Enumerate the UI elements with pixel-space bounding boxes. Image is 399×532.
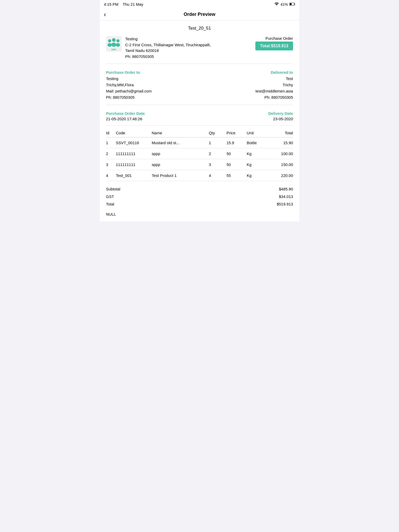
delivered-to-label: Delivered to bbox=[200, 70, 293, 75]
col-header-unit: Unit bbox=[247, 131, 268, 135]
row-name: Test Product 1 bbox=[152, 173, 207, 178]
company-left: ERP Testing C-2 First Cross, Thillainaga… bbox=[106, 36, 211, 59]
row-unit: Kg bbox=[247, 151, 268, 156]
total-label: Total bbox=[106, 202, 114, 206]
company-address2: Tamil Nadu 620018 bbox=[125, 48, 211, 54]
svg-point-8 bbox=[116, 39, 119, 42]
svg-point-9 bbox=[116, 43, 120, 47]
purchase-order-date-label: Purchase Order Date bbox=[106, 111, 268, 116]
back-button[interactable]: ‹ bbox=[104, 11, 106, 18]
status-indicators: 41% bbox=[274, 2, 295, 6]
address-section: Purchase Order to Testing Trichy,MM,Flor… bbox=[106, 70, 293, 105]
row-id: 3 bbox=[106, 162, 114, 167]
row-total: 150.00 bbox=[270, 162, 293, 167]
wifi-icon bbox=[274, 2, 279, 6]
dates-section: Purchase Order Date 21-05-2020 17:48:26 … bbox=[106, 111, 293, 125]
purchase-order-to-label: Purchase Order to bbox=[106, 70, 200, 75]
svg-point-7 bbox=[111, 43, 116, 47]
svg-text:ERP: ERP bbox=[111, 48, 116, 51]
svg-point-6 bbox=[112, 38, 116, 42]
status-bar: 4:15 PM Thu 21 May 41% bbox=[100, 0, 299, 9]
table-row: 3 111111111 sppp 3 50 Kg 150.00 bbox=[106, 159, 293, 170]
total-badge: Total:$519.913 bbox=[255, 42, 293, 50]
table-header: Id Code Name Qty Price Unit Total bbox=[106, 131, 293, 137]
subtotal-value: $485.90 bbox=[279, 187, 293, 191]
purchase-order-to-mail: Mail: pethachi@gmail.com bbox=[106, 88, 200, 94]
col-header-qty: Qty bbox=[209, 131, 224, 135]
table-row: 2 111111111 sppp 2 50 Kg 100.00 bbox=[106, 148, 293, 159]
row-code: SSVT_00116 bbox=[116, 141, 150, 145]
total-value: $519.913 bbox=[277, 202, 293, 206]
delivery-date: Delivery Date 23-05-2020 bbox=[268, 111, 293, 121]
main-content: Test_20_51 E bbox=[100, 21, 299, 222]
company-right: Purchase Order Total:$519.913 bbox=[255, 36, 293, 50]
status-time: 4:15 PM bbox=[104, 2, 118, 6]
row-unit: Bottle bbox=[247, 141, 268, 145]
total-row: Total $519.913 bbox=[106, 200, 293, 208]
row-code: Test_001 bbox=[116, 173, 150, 178]
purchase-order-date: Purchase Order Date 21-05-2020 17:48:26 bbox=[106, 111, 268, 121]
row-qty: 1 bbox=[209, 141, 224, 145]
row-unit: Kg bbox=[247, 173, 268, 178]
row-id: 1 bbox=[106, 141, 114, 145]
row-unit: Kg bbox=[247, 162, 268, 167]
totals-section: Subtotal $485.90 GST $34.013 Total $519.… bbox=[106, 183, 293, 208]
row-name: Mustard old st... bbox=[152, 141, 207, 145]
table-row: 1 SSVT_00116 Mustard old st... 1 15.9 Bo… bbox=[106, 137, 293, 148]
row-id: 2 bbox=[106, 151, 114, 156]
row-total: 220.00 bbox=[270, 173, 293, 178]
row-code: 111111111 bbox=[116, 162, 150, 167]
row-price: 15.9 bbox=[227, 141, 245, 145]
company-section: ERP Testing C-2 First Cross, Thillainaga… bbox=[106, 36, 293, 64]
purchase-order-date-value: 21-05-2020 17:48:26 bbox=[106, 117, 268, 121]
status-date: Thu 21 May bbox=[123, 2, 143, 6]
order-id: Test_20_51 bbox=[106, 26, 293, 31]
gst-label: GST bbox=[106, 194, 114, 199]
row-price: 50 bbox=[227, 151, 245, 156]
purchase-order-to-name: Testing bbox=[106, 76, 200, 82]
company-logo: ERP bbox=[106, 36, 122, 52]
col-header-name: Name bbox=[152, 131, 207, 135]
subtotal-label: Subtotal bbox=[106, 187, 120, 191]
row-name: sppp bbox=[152, 151, 207, 156]
purchase-order-to: Purchase Order to Testing Trichy,MM,Flor… bbox=[106, 70, 200, 101]
col-header-code: Code bbox=[116, 131, 150, 135]
row-total: 15.90 bbox=[270, 141, 293, 145]
purchase-order-label: Purchase Order bbox=[255, 36, 293, 41]
company-name: Testing bbox=[125, 36, 211, 42]
delivered-to-name: Test bbox=[200, 76, 293, 82]
purchase-order-to-location: Trichy,MM,Flora bbox=[106, 82, 200, 88]
status-time-date: 4:15 PM Thu 21 May bbox=[104, 2, 143, 6]
company-phone: Ph: 8807050305 bbox=[125, 54, 211, 60]
items-table: Id Code Name Qty Price Unit Total 1 SSVT… bbox=[106, 131, 293, 208]
row-name: sppp bbox=[152, 162, 207, 167]
delivered-to-location: Trichy bbox=[200, 82, 293, 88]
row-total: 100.00 bbox=[270, 151, 293, 156]
gst-value: $34.013 bbox=[279, 194, 293, 199]
svg-rect-1 bbox=[295, 3, 295, 5]
row-price: 55 bbox=[227, 173, 245, 178]
delivered-to: Delivered to Test Trichy test@middlemen.… bbox=[200, 70, 293, 101]
subtotal-row: Subtotal $485.90 bbox=[106, 185, 293, 193]
purchase-order-to-phone: Ph: 8807050305 bbox=[106, 94, 200, 101]
delivery-date-label: Delivery Date bbox=[268, 111, 293, 116]
row-code: 111111111 bbox=[116, 151, 150, 156]
row-qty: 3 bbox=[209, 162, 224, 167]
col-header-id: Id bbox=[106, 131, 114, 135]
col-header-total: Total bbox=[270, 131, 293, 135]
row-qty: 4 bbox=[209, 173, 224, 178]
page-title: Order Preview bbox=[184, 12, 215, 17]
header: ‹ Order Preview bbox=[100, 9, 299, 21]
delivered-to-email: test@middlemen.asia bbox=[200, 88, 293, 94]
row-qty: 2 bbox=[209, 151, 224, 156]
row-price: 50 bbox=[227, 162, 245, 167]
battery-percent: 41% bbox=[281, 2, 288, 6]
row-id: 4 bbox=[106, 173, 114, 178]
company-info: Testing C-2 First Cross, Thillainagar We… bbox=[125, 36, 211, 59]
delivery-date-value: 23-05-2020 bbox=[268, 117, 293, 121]
gst-row: GST $34.013 bbox=[106, 193, 293, 200]
col-header-price: Price bbox=[227, 131, 245, 135]
svg-rect-2 bbox=[290, 3, 292, 5]
battery-icon bbox=[289, 2, 295, 6]
null-text: NULL bbox=[106, 212, 293, 216]
